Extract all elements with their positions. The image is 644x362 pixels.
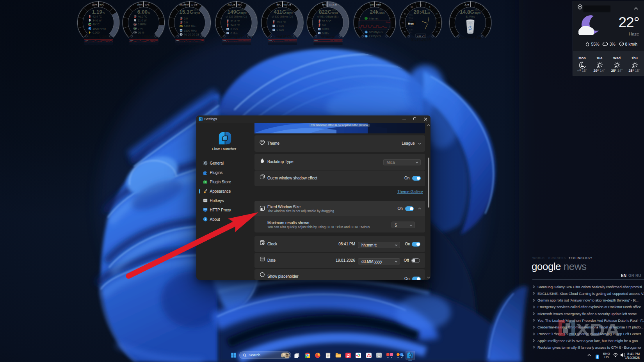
svg-text:931 GiB: 931 GiB <box>329 4 337 6</box>
svg-text:6.00: 6.00 <box>137 9 148 15</box>
svg-text:Drive: Drive <box>223 40 226 41</box>
svg-text:Drive Temperature: Drive Temperature <box>238 40 250 41</box>
svg-text:0 IB/s: 0 IB/s <box>277 28 284 32</box>
svg-text:20:41: 20:41 <box>413 9 427 15</box>
svg-text:Samsung 970 Evo: Samsung 970 Evo <box>220 35 253 39</box>
svg-text:Fri: Fri <box>409 31 412 34</box>
svg-text:used: used <box>286 9 290 11</box>
svg-text:Memory: Memory <box>182 35 197 39</box>
svg-text:24k: 24k <box>370 9 379 15</box>
svg-text:of 930 GiByte (D:): of 930 GiByte (D:) <box>272 15 293 18</box>
svg-text:55: 55 <box>411 6 413 8</box>
svg-text:iByte: iByte <box>194 11 200 14</box>
svg-text:Drive Temperature: Drive Temperature <box>330 40 342 41</box>
svg-text:MiB/s: MiB/s <box>376 4 381 6</box>
svg-text:42.4 °C: 42.4 °C <box>93 15 102 18</box>
svg-text:Trash: Trash <box>475 9 479 11</box>
svg-text:used: used <box>332 9 336 11</box>
svg-text:Upload: Upload <box>386 21 390 23</box>
svg-text:15: 15 <box>438 21 440 24</box>
svg-text:0.0: 0.0 <box>322 23 326 27</box>
svg-text:0 IB/s: 0 IB/s <box>322 27 329 31</box>
svg-text:10: 10 <box>436 12 438 15</box>
svg-text:1497 MHz: 1497 MHz <box>184 25 197 28</box>
svg-text:CPU: CPU <box>85 40 88 41</box>
svg-text:Alt: Alt <box>204 200 206 202</box>
svg-text:930 GiB: 930 GiB <box>284 4 292 6</box>
svg-text:90°C: 90°C <box>100 4 104 6</box>
svg-text:0 IB/s: 0 IB/s <box>277 24 284 28</box>
svg-text:RAM: RAM <box>176 40 179 41</box>
svg-text:0.0: 0.0 <box>184 21 188 24</box>
svg-text:Drive: Drive <box>314 40 318 41</box>
svg-text:Crucial MX500: Crucial MX500 <box>269 35 296 39</box>
svg-text:iByte: iByte <box>240 11 247 14</box>
svg-text:46 °C: 46 °C <box>93 23 100 26</box>
svg-text:iByte: iByte <box>286 11 293 14</box>
svg-text:2600MHz: 2600MHz <box>180 4 189 6</box>
svg-text:Thu: Thu <box>409 14 413 16</box>
svg-text:GPU Temperature: GPU Temperature <box>146 40 158 41</box>
svg-text:CPU Die (average): CPU Die (average) <box>100 40 113 41</box>
svg-text:Drive: Drive <box>269 40 272 41</box>
svg-text:822G: 822G <box>319 9 332 15</box>
svg-text:Storage: Storage <box>320 35 335 39</box>
svg-text:232 GiB: 232 GiB <box>228 4 235 6</box>
svg-text:100%: 100% <box>92 4 97 6</box>
svg-text:of 931 GiByte (E:): of 931 GiByte (E:) <box>317 15 338 18</box>
svg-text:Ryzen 5 3600: Ryzen 5 3600 <box>86 35 111 39</box>
svg-text:used: used <box>194 9 198 11</box>
svg-text:34.6 W: 34.6 W <box>93 19 101 22</box>
svg-text:Sat: Sat <box>409 28 413 31</box>
svg-text:50: 50 <box>404 12 406 15</box>
svg-text:0 IB/s: 0 IB/s <box>231 27 238 31</box>
svg-text:81 Files: 81 Files <box>466 15 475 18</box>
svg-text:0 %: 0 % <box>138 27 143 30</box>
svg-text:iByte: iByte <box>475 11 481 14</box>
svg-text:2 kiByte/s: 2 kiByte/s <box>369 34 381 38</box>
svg-text:54.0 °C: 54.0 °C <box>231 23 240 27</box>
svg-text:411G: 411G <box>274 9 286 15</box>
svg-text:Internet: Internet <box>369 17 378 20</box>
svg-text:40: 40 <box>404 30 406 33</box>
svg-text:26 %: 26 % <box>138 31 144 34</box>
svg-text:0 RPM: 0 RPM <box>138 23 146 26</box>
svg-text:CW 04: CW 04 <box>417 34 425 37</box>
svg-text:149G: 149G <box>227 9 240 15</box>
svg-text:100%: 100% <box>137 4 142 6</box>
svg-text:%: % <box>103 11 105 14</box>
svg-text:G: G <box>377 353 380 358</box>
svg-text:85°C: 85°C <box>276 4 281 6</box>
svg-text:1.19: 1.19 <box>92 9 102 15</box>
svg-text:863 iByte/s: 863 iByte/s <box>369 30 383 34</box>
svg-text:100: 100 <box>370 4 374 6</box>
svg-text:85°C: 85°C <box>322 4 327 6</box>
svg-text:iByte: iByte <box>332 11 338 14</box>
svg-text:14.8G: 14.8G <box>460 9 474 15</box>
svg-text:32.0 °C: 32.0 °C <box>322 20 331 23</box>
svg-text:GPU: GPU <box>130 40 133 41</box>
svg-text:0.0: 0.0 <box>184 17 188 20</box>
svg-text:Mon: Mon <box>408 22 413 25</box>
svg-text:1500 MHz: 1500 MHz <box>184 29 197 32</box>
svg-text:1906 RPM: 1906 RPM <box>93 27 106 30</box>
svg-text:Total: Total <box>379 9 383 11</box>
svg-text:used: used <box>240 9 244 11</box>
svg-text:Drive Temperature: Drive Temperature <box>284 40 296 41</box>
svg-text:5: 5 <box>429 6 431 8</box>
svg-text:15.3G: 15.3G <box>179 9 194 15</box>
svg-text:0.000: 0.000 <box>93 31 100 34</box>
svg-text:2GiB: 2GiB <box>464 4 469 6</box>
svg-text:01-19-2026: 01-19-2026 <box>411 38 431 42</box>
svg-text:90°C: 90°C <box>145 4 149 6</box>
svg-text:RAM: RAM <box>201 40 204 41</box>
svg-text:Recycle Bin: Recycle Bin <box>459 36 482 40</box>
svg-text:Wed: Wed <box>408 17 413 19</box>
svg-text:%: % <box>148 11 150 14</box>
svg-text:GTX 1660 Ti: GTX 1660 Ti <box>132 35 155 39</box>
svg-text:Sun: Sun <box>409 25 413 28</box>
svg-text:XDA: XDA <box>576 320 620 338</box>
svg-text:32 GiB: 32 GiB <box>191 4 197 6</box>
svg-text:of 232 GiByte (C:): of 232 GiByte (C:) <box>226 15 247 18</box>
svg-text:45: 45 <box>402 21 404 24</box>
